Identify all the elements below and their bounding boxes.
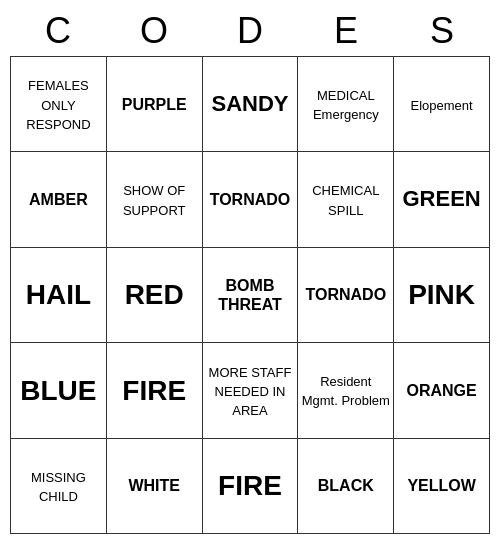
title-letter-d: D [202,10,298,52]
cell-r3-c4: ORANGE [394,343,490,438]
cell-r0-c4: Elopement [394,57,490,152]
cell-r4-c1: WHITE [106,438,202,533]
title-letter-c: C [10,10,106,52]
cell-r2-c3: TORNADO [298,247,394,342]
cell-r2-c2: BOMB THREAT [202,247,298,342]
title-letter-o: O [106,10,202,52]
title-letter-s: S [394,10,490,52]
cell-r0-c2: SANDY [202,57,298,152]
cell-r2-c1: RED [106,247,202,342]
cell-r0-c3: MEDICAL Emergency [298,57,394,152]
cell-r2-c4: PINK [394,247,490,342]
cell-r3-c3: Resident Mgmt. Problem [298,343,394,438]
cell-r1-c1: SHOW OF SUPPORT [106,152,202,247]
cell-r0-c0: FEMALES ONLY RESPOND [11,57,107,152]
bingo-grid: FEMALES ONLY RESPONDPURPLESANDYMEDICAL E… [10,56,490,534]
cell-r1-c0: AMBER [11,152,107,247]
bingo-title: C O D E S [10,10,490,52]
cell-r3-c0: BLUE [11,343,107,438]
cell-r1-c2: TORNADO [202,152,298,247]
cell-r1-c4: GREEN [394,152,490,247]
cell-r3-c2: MORE STAFF NEEDED IN AREA [202,343,298,438]
cell-r1-c3: CHEMICAL SPILL [298,152,394,247]
title-letter-e: E [298,10,394,52]
cell-r0-c1: PURPLE [106,57,202,152]
cell-r2-c0: HAIL [11,247,107,342]
cell-r4-c0: MISSING CHILD [11,438,107,533]
cell-r3-c1: FIRE [106,343,202,438]
cell-r4-c2: FIRE [202,438,298,533]
cell-r4-c4: YELLOW [394,438,490,533]
cell-r4-c3: BLACK [298,438,394,533]
